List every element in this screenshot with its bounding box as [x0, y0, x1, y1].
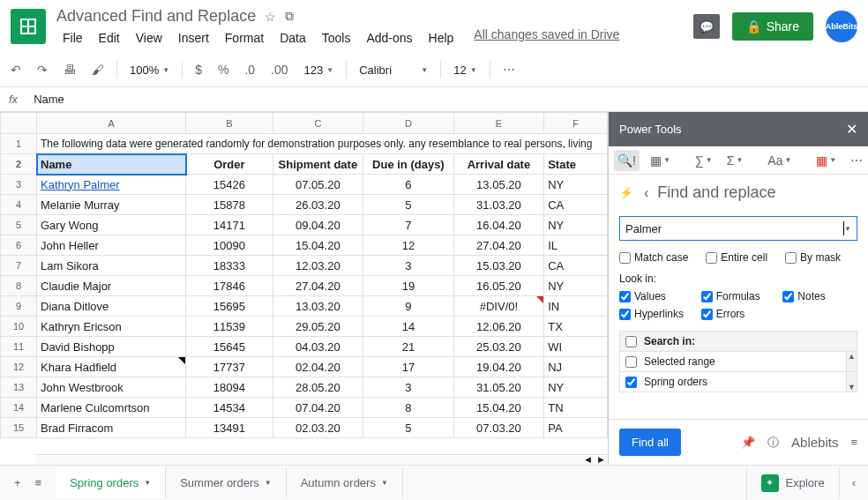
look-in-notes[interactable]: Notes: [782, 290, 857, 302]
cell[interactable]: David Bishopp: [37, 337, 186, 357]
cell[interactable]: 15426: [186, 175, 273, 195]
cell[interactable]: Shipment date: [273, 154, 363, 175]
look-in-formulas[interactable]: Formulas: [701, 290, 776, 302]
cell[interactable]: 14534: [186, 398, 273, 418]
more-tools-icon[interactable]: ⋯: [847, 150, 866, 171]
cell[interactable]: The following data were generated random…: [37, 134, 608, 154]
row-header[interactable]: 1: [1, 134, 37, 154]
cell[interactable]: 15878: [186, 195, 273, 215]
cell[interactable]: 21: [363, 337, 454, 357]
font-dropdown[interactable]: Calibri▼: [354, 60, 433, 80]
dec-decimal-icon[interactable]: .0: [239, 59, 260, 80]
menu-icon[interactable]: ≡: [850, 436, 857, 449]
menu-file[interactable]: File: [56, 27, 89, 49]
pin-icon[interactable]: 📌: [741, 436, 755, 449]
move-folder-icon[interactable]: ⧉: [285, 9, 294, 24]
cell[interactable]: PA: [544, 418, 608, 438]
col-header[interactable]: D: [363, 113, 454, 134]
more-formatting-icon[interactable]: ⋯: [498, 59, 520, 80]
cell[interactable]: 18333: [186, 256, 273, 276]
cell[interactable]: 07.05.20: [273, 175, 363, 195]
cell[interactable]: IL: [544, 235, 608, 256]
table-tool-icon[interactable]: ▦▼: [647, 150, 674, 171]
cell[interactable]: 6: [363, 175, 454, 195]
cell[interactable]: TN: [544, 398, 608, 418]
cell[interactable]: 9: [363, 296, 454, 317]
cell[interactable]: State: [544, 154, 608, 175]
sheets-logo-icon[interactable]: [11, 9, 46, 44]
avatar[interactable]: AbleBits: [826, 11, 857, 42]
cell[interactable]: 29.05.20: [273, 317, 363, 337]
cell[interactable]: Khara Hadfield: [37, 357, 186, 377]
doc-title[interactable]: Advanced Find and Replace: [56, 7, 256, 26]
add-sheet-icon[interactable]: +: [9, 473, 26, 493]
all-sheets-icon[interactable]: ≡: [30, 473, 48, 493]
cell[interactable]: Arrival date: [453, 154, 544, 175]
row-header[interactable]: 7: [1, 256, 37, 276]
col-header[interactable]: B: [186, 113, 273, 134]
select-all-cell[interactable]: [1, 113, 37, 134]
cell[interactable]: Due in (days): [363, 154, 454, 175]
share-button[interactable]: 🔒 Share: [732, 12, 813, 41]
col-header[interactable]: A: [37, 113, 186, 134]
row-header[interactable]: 12: [1, 357, 37, 377]
cell[interactable]: TX: [544, 317, 608, 337]
cell[interactable]: NY: [544, 215, 608, 235]
cell[interactable]: 17737: [186, 357, 273, 377]
menu-view[interactable]: View: [130, 27, 168, 49]
cell[interactable]: 02.04.20: [273, 357, 363, 377]
cell[interactable]: 16.04.20: [453, 215, 544, 235]
find-tool-icon[interactable]: 🔍!: [614, 150, 640, 171]
help-icon[interactable]: ⓘ: [767, 435, 779, 451]
row-header[interactable]: 4: [1, 195, 37, 215]
cell[interactable]: 04.03.20: [273, 337, 363, 357]
search-dropdown-icon[interactable]: ▼: [844, 225, 851, 233]
cell[interactable]: 17: [363, 357, 454, 377]
currency-icon[interactable]: $: [190, 59, 207, 80]
cell[interactable]: NJ: [544, 357, 608, 377]
cell[interactable]: 25.03.20: [453, 337, 544, 357]
cell[interactable]: NY: [544, 377, 608, 398]
cell[interactable]: 8: [363, 398, 454, 418]
close-icon[interactable]: ✕: [846, 121, 857, 138]
cell[interactable]: 15645: [186, 337, 273, 357]
cell[interactable]: 3: [363, 256, 454, 276]
cell[interactable]: IN: [544, 296, 608, 317]
look-in-hyperlinks[interactable]: Hyperlinks: [619, 308, 694, 320]
cell[interactable]: 15.03.20: [453, 256, 544, 276]
cell[interactable]: 27.04.20: [273, 276, 363, 296]
paint-format-icon[interactable]: 🖌: [86, 59, 109, 80]
cell[interactable]: #DIV/0!: [453, 296, 544, 317]
back-icon[interactable]: ‹: [644, 185, 648, 201]
search-in-item[interactable]: Spring orders ▼: [620, 371, 857, 392]
cell[interactable]: 18094: [186, 377, 273, 398]
menu-insert[interactable]: Insert: [172, 27, 215, 49]
cell[interactable]: 13.05.20: [453, 175, 544, 195]
tab-summer-orders[interactable]: Summer orders▼: [166, 467, 287, 498]
cell[interactable]: John Westbrook: [37, 377, 186, 398]
search-input[interactable]: Palmer: [625, 222, 843, 235]
formula-value[interactable]: Name: [34, 93, 64, 106]
row-header[interactable]: 11: [1, 337, 37, 357]
cell[interactable]: 02.03.20: [273, 418, 363, 438]
col-header[interactable]: F: [544, 113, 608, 134]
cell[interactable]: 7: [363, 215, 454, 235]
menu-format[interactable]: Format: [219, 27, 270, 49]
cell[interactable]: Kathryn Palmer: [37, 175, 186, 195]
cell[interactable]: 26.03.20: [273, 195, 363, 215]
menu-addons[interactable]: Add-ons: [360, 27, 418, 49]
cell-selected[interactable]: Name: [37, 154, 186, 175]
cell[interactable]: 12.06.20: [453, 317, 544, 337]
menu-tools[interactable]: Tools: [316, 27, 357, 49]
inc-decimal-icon[interactable]: .00: [266, 59, 293, 80]
col-header[interactable]: C: [273, 113, 363, 134]
search-in-all-checkbox[interactable]: [625, 336, 637, 347]
row-header[interactable]: 2: [1, 154, 37, 175]
cell[interactable]: 5: [363, 418, 454, 438]
zoom-dropdown[interactable]: 100%▼: [124, 60, 175, 80]
cell[interactable]: CA: [544, 195, 608, 215]
find-all-button[interactable]: Find all: [619, 429, 681, 456]
cell[interactable]: 19.04.20: [453, 357, 544, 377]
clear-tool-icon[interactable]: ▦▼: [812, 150, 840, 171]
text-tool-icon[interactable]: Aa▼: [764, 150, 795, 171]
